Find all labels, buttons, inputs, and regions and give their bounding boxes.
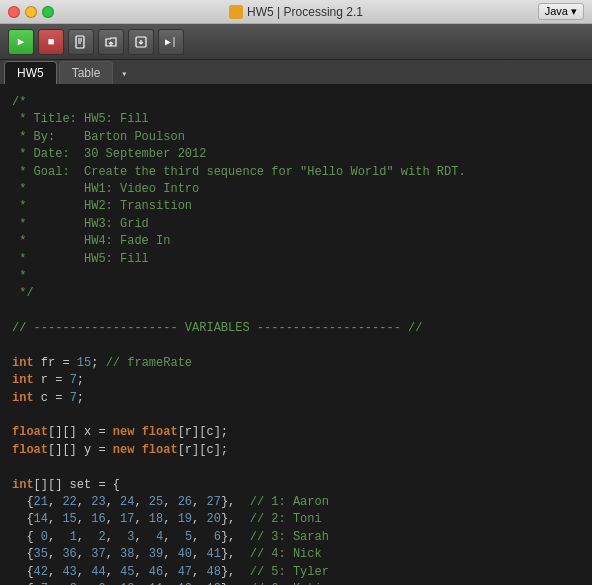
app-icon (229, 5, 243, 19)
svg-rect-0 (76, 36, 84, 48)
run-button[interactable]: ▶ (8, 29, 34, 55)
java-label: Java ▾ (545, 5, 577, 18)
open-button[interactable] (98, 29, 124, 55)
code-content: /* * Title: HW5: Fill * By: Barton Pouls… (0, 94, 592, 577)
java-mode-button[interactable]: Java ▾ (538, 3, 584, 20)
code-editor[interactable]: /* * Title: HW5: Fill * By: Barton Pouls… (0, 86, 592, 585)
window-title: HW5 | Processing 2.1 (229, 5, 363, 19)
debug-button[interactable]: ▶| (158, 29, 184, 55)
toolbar: ▶ ■ ▶| (0, 24, 592, 60)
title-text: HW5 | Processing 2.1 (247, 5, 363, 19)
stop-button[interactable]: ■ (38, 29, 64, 55)
window-controls[interactable] (8, 6, 54, 18)
tab-dropdown-button[interactable]: ▾ (115, 64, 133, 84)
tab-table[interactable]: Table (59, 61, 114, 84)
close-button[interactable] (8, 6, 20, 18)
tab-bar: HW5 Table ▾ (0, 60, 592, 86)
save-button[interactable] (128, 29, 154, 55)
title-bar: HW5 | Processing 2.1 Java ▾ (0, 0, 592, 24)
minimize-button[interactable] (25, 6, 37, 18)
maximize-button[interactable] (42, 6, 54, 18)
tab-hw5[interactable]: HW5 (4, 61, 57, 84)
new-file-button[interactable] (68, 29, 94, 55)
